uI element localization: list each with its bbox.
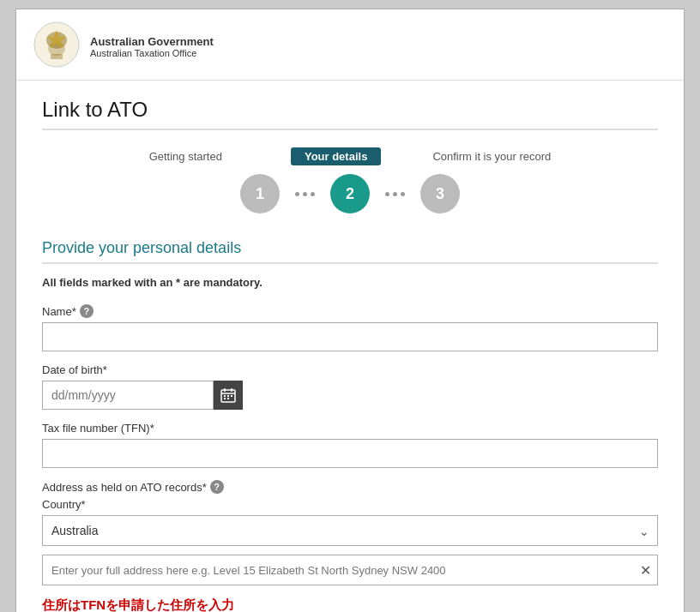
address-clear-button[interactable]: ✕ bbox=[640, 562, 651, 579]
header: Australian Government Australian Taxatio… bbox=[16, 9, 684, 81]
address-input-wrapper: ✕ bbox=[42, 555, 658, 585]
country-select[interactable]: Australia bbox=[42, 515, 658, 546]
government-logo bbox=[33, 21, 80, 71]
address-help-icon[interactable]: ? bbox=[210, 480, 224, 494]
date-input-wrapper bbox=[42, 381, 658, 410]
name-help-icon[interactable]: ? bbox=[80, 304, 94, 318]
svg-point-2 bbox=[48, 42, 65, 56]
step-label-1: Getting started bbox=[149, 150, 222, 163]
name-group: Name* ? bbox=[42, 304, 658, 351]
section-divider bbox=[42, 262, 658, 264]
svg-rect-10 bbox=[227, 395, 229, 397]
title-divider bbox=[42, 129, 658, 130]
country-label: Country* bbox=[42, 498, 658, 511]
dob-label: Date of birth* bbox=[42, 363, 658, 376]
name-label: Name* ? bbox=[42, 304, 658, 318]
country-select-wrapper: Country* Australia ⌄ bbox=[42, 498, 658, 546]
page-title: Link to ATO bbox=[42, 98, 658, 122]
address-group: Address as held on ATO records* ? Countr… bbox=[42, 480, 658, 585]
calendar-button[interactable] bbox=[214, 381, 243, 410]
dept-name: Australian Taxation Office bbox=[90, 48, 214, 58]
step-dots-1 bbox=[280, 192, 330, 196]
tfn-group: Tax file number (TFN)* bbox=[42, 422, 658, 468]
dob-input[interactable] bbox=[42, 381, 214, 410]
step-dots-2 bbox=[370, 192, 420, 196]
step-label-2: Your details bbox=[291, 147, 381, 165]
name-input[interactable] bbox=[42, 322, 658, 351]
address-label-row: Address as held on ATO records* ? bbox=[42, 480, 658, 494]
mandatory-note: All fields marked with an * are mandator… bbox=[42, 276, 658, 289]
tfn-label: Tax file number (TFN)* bbox=[42, 422, 658, 435]
step-label-3: Confirm it is your record bbox=[432, 150, 551, 163]
dob-group: Date of birth* bbox=[42, 363, 658, 410]
svg-rect-11 bbox=[231, 395, 232, 397]
step-circle-2: 2 bbox=[330, 174, 370, 213]
address-input[interactable] bbox=[42, 555, 658, 585]
main-content: Link to ATO Getting started Your details… bbox=[16, 81, 684, 612]
step-circle-3: 3 bbox=[420, 174, 460, 213]
address-label: Address as held on ATO records* bbox=[42, 481, 207, 494]
stepper-labels: Getting started Your details Confirm it … bbox=[42, 147, 658, 165]
step-circle-1: 1 bbox=[240, 174, 280, 213]
stepper-circles: 1 2 3 bbox=[240, 174, 460, 213]
header-text: Australian Government Australian Taxatio… bbox=[90, 35, 214, 58]
tfn-input[interactable] bbox=[42, 439, 658, 468]
page-container: Australian Government Australian Taxatio… bbox=[15, 9, 685, 612]
svg-rect-4 bbox=[51, 54, 63, 59]
svg-rect-12 bbox=[224, 398, 226, 399]
gov-name: Australian Government bbox=[90, 35, 214, 48]
svg-rect-9 bbox=[224, 395, 226, 397]
section-title: Provide your personal details bbox=[42, 239, 658, 257]
japanese-note: 住所はTFNを申請した住所を入力 bbox=[42, 597, 658, 612]
svg-rect-13 bbox=[227, 398, 229, 399]
stepper: Getting started Your details Confirm it … bbox=[42, 147, 658, 213]
